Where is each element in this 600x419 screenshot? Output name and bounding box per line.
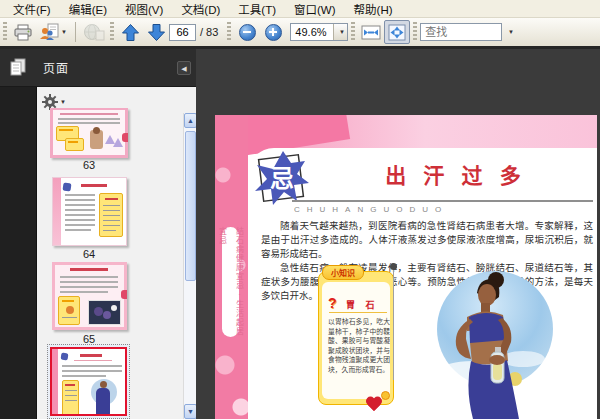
thumb-art-63	[50, 108, 128, 158]
caret-down-icon: ▼	[508, 29, 514, 35]
page-title: 出 汗 过 多	[320, 159, 592, 189]
scroll-down-button[interactable]: ▼	[184, 404, 196, 419]
tip-note-heading: 胃 石	[346, 298, 379, 311]
thumbnail-page-63[interactable]	[50, 108, 128, 158]
minus-icon	[239, 24, 256, 41]
next-page-button[interactable]	[143, 20, 169, 44]
menu-file[interactable]: 文件(F)	[4, 0, 60, 18]
title-pinyin: CHUHANGUODUO	[294, 205, 594, 214]
badge-character: 忌	[270, 166, 294, 192]
page-total-label: / 83	[200, 26, 218, 38]
hanging-string-dot	[390, 263, 397, 270]
plus-icon	[265, 24, 282, 41]
tip-note-box: 小知识 ? 胃 石 以胃柿石多见，吃大量柿干，柿子中的鞣酸、果胶可与胃酸凝聚成胶…	[318, 271, 394, 405]
scroll-up-button[interactable]: ▲	[184, 113, 196, 128]
zoom-level-value: 49.6%	[291, 26, 333, 38]
pages-icon	[10, 58, 27, 77]
scroll-down-icon: ▼	[187, 408, 194, 415]
fit-page-icon	[388, 24, 406, 41]
document-view[interactable]: 结石病健康宜忌 · 生活起居宜忌 忌 出 汗 过 多 CHUHANGUODUO …	[196, 49, 600, 419]
question-mark-icon: ?	[328, 295, 337, 311]
fit-width-icon	[361, 25, 381, 40]
tip-note-divider	[329, 312, 387, 313]
thumbnail-page-66-selected[interactable]	[47, 344, 130, 419]
toolbar-separator	[75, 22, 76, 42]
globe-icon	[83, 23, 105, 41]
caret-down-icon[interactable]: ▼	[333, 24, 347, 40]
tip-note-tab: 小知识	[322, 265, 364, 280]
heart-accent-icon	[381, 391, 390, 400]
thumb-art-66	[50, 347, 127, 416]
thumbnail-label: 64	[50, 248, 128, 260]
collaborate-button[interactable]: ▼	[36, 20, 70, 44]
toolbar-grip[interactable]	[110, 22, 114, 42]
title-underline	[292, 200, 593, 202]
menu-bar: 文件(F) 编辑(E) 视图(V) 文档(D) 工具(T) 窗口(W) 帮助(H…	[0, 0, 600, 18]
page-number-input[interactable]	[169, 24, 196, 41]
toolbar-grip[interactable]	[3, 22, 7, 42]
tip-note-panel: ? 胃 石 以胃柿石多见，吃大量柿干，柿子中的鞣酸、果胶可与胃酸凝聚成胶状团块，…	[322, 282, 390, 399]
thumbnails-panel: ▼ 63	[37, 87, 196, 419]
pages-panel-header: 页面 ◀	[0, 49, 196, 87]
hanging-string-line	[393, 270, 394, 380]
fit-page-button[interactable]	[384, 20, 410, 44]
document-page: 结石病健康宜忌 · 生活起居宜忌 忌 出 汗 过 多 CHUHANGUODUO …	[215, 115, 597, 419]
thumb-art-65	[52, 262, 127, 330]
menu-view[interactable]: 视图(V)	[116, 0, 172, 18]
print-button[interactable]	[10, 20, 36, 44]
scrollbar-thumb[interactable]	[185, 131, 196, 281]
share-document-icon	[39, 23, 59, 41]
fit-width-button[interactable]	[358, 20, 384, 44]
arrow-up-icon	[121, 23, 140, 42]
menu-window[interactable]: 窗口(W)	[285, 0, 345, 18]
navigation-tab-strip	[0, 87, 37, 419]
send-review-button	[81, 20, 107, 44]
printer-icon	[13, 24, 33, 41]
pdf-reader-window: 文件(F) 编辑(E) 视图(V) 文档(D) 工具(T) 窗口(W) 帮助(H…	[0, 0, 600, 419]
zoom-in-button[interactable]	[260, 20, 286, 44]
thumbnail-label: 63	[50, 159, 128, 171]
find-history-caret[interactable]: ▼	[502, 23, 517, 41]
thumbnail-page-64[interactable]	[52, 177, 127, 246]
toolbar-grip[interactable]	[227, 22, 231, 42]
photo-woman-drinking-water	[407, 267, 577, 419]
thumb-art-64	[52, 177, 127, 246]
menu-help[interactable]: 帮助(H)	[345, 0, 402, 18]
collapse-panel-button[interactable]: ◀	[177, 61, 191, 75]
collapse-left-icon: ◀	[181, 65, 186, 72]
chapter-tab-label: 结石病健康宜忌 · 生活起居宜忌	[215, 227, 248, 337]
toolbar: ▼ / 83	[0, 18, 600, 46]
chapter-tab: 结石病健康宜忌 · 生活起居宜忌	[222, 227, 239, 337]
zoom-level-combobox[interactable]: 49.6% ▼	[290, 23, 348, 41]
thumbnail-page-65[interactable]	[52, 262, 127, 330]
toolbar-grip[interactable]	[351, 22, 355, 42]
find-input[interactable]	[420, 23, 502, 41]
arrow-down-icon	[147, 23, 166, 42]
body-paragraph: 随着天气越来越热，到医院看病的急性肾结石病患者大增。专家解释，这是由于出汗过多造…	[261, 219, 593, 261]
zoom-out-button[interactable]	[234, 20, 260, 44]
previous-page-button[interactable]	[117, 20, 143, 44]
toolbar-grip[interactable]	[413, 22, 417, 42]
panel-title: 页面	[43, 59, 69, 76]
scroll-up-icon: ▲	[187, 117, 194, 124]
caret-down-icon: ▼	[61, 29, 67, 35]
tip-note-body: 以胃柿石多见，吃大量柿干，柿子中的鞣酸、果胶可与胃酸凝聚成胶状团块，并与食物残渣…	[328, 317, 390, 375]
thumbnails-scrollbar[interactable]: ▲ ▼	[183, 113, 196, 419]
menu-tools[interactable]: 工具(T)	[229, 0, 285, 18]
menu-document[interactable]: 文档(D)	[172, 0, 229, 18]
menu-edit[interactable]: 编辑(E)	[60, 0, 116, 18]
caret-down-icon: ▼	[60, 99, 66, 105]
